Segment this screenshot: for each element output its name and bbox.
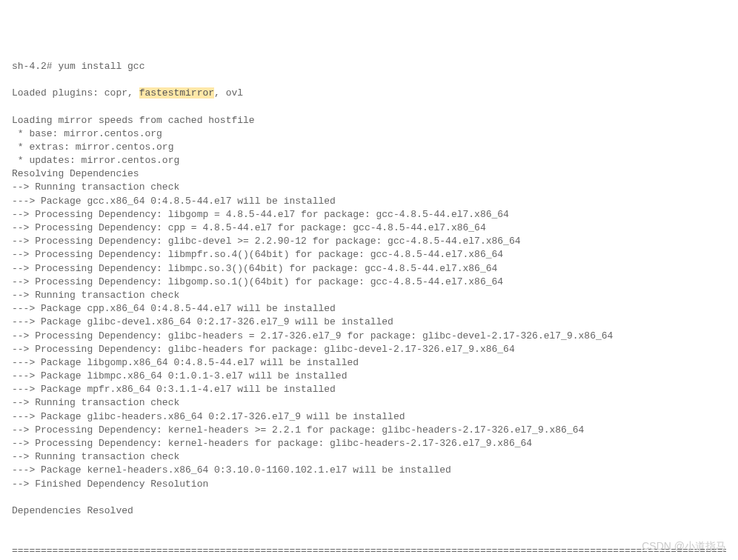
terminal-line: * updates: mirror.centos.org — [12, 154, 726, 167]
terminal-line: ---> Package libgomp.x86_64 0:4.8.5-44.e… — [12, 356, 726, 370]
terminal-line: --> Processing Dependency: kernel-header… — [12, 437, 726, 450]
output-block: Loading mirror speeds from cached hostfi… — [12, 114, 726, 531]
terminal-line: ---> Package kernel-headers.x86_64 0:3.1… — [12, 464, 726, 477]
terminal-line: ---> Package glibc-devel.x86_64 0:2.17-3… — [12, 316, 726, 329]
table-divider-top: ========================================… — [12, 544, 726, 558]
terminal-line: --> Processing Dependency: libmpc.so.3()… — [12, 262, 726, 276]
terminal-line: Loaded plugins: copr, fastestmirror, ovl — [12, 87, 726, 100]
terminal-line: ---> Package glibc-headers.x86_64 0:2.17… — [12, 410, 726, 424]
terminal-line: Dependencies Resolved — [12, 504, 726, 518]
command-text: yum install gcc — [58, 61, 144, 72]
terminal-line: --> Running transaction check — [12, 181, 726, 194]
terminal-line: ---> Package cpp.x86_64 0:4.8.5-44.el7 w… — [12, 302, 726, 316]
terminal-line — [12, 491, 726, 504]
terminal-line: --> Processing Dependency: glibc-headers… — [12, 330, 726, 343]
plugins-prefix: Loaded plugins: copr, — [12, 87, 139, 99]
terminal-line: sh-4.2# yum install gcc — [12, 60, 726, 73]
terminal-line: --> Running transaction check — [12, 396, 726, 410]
terminal-line: ---> Package gcc.x86_64 0:4.8.5-44.el7 w… — [12, 195, 726, 208]
watermark-text: CSDN @小道指马 — [642, 539, 726, 554]
highlighted-text: fastestmirror — [139, 87, 214, 99]
plugins-suffix: , ovl — [214, 87, 243, 99]
terminal-line: --> Processing Dependency: cpp = 4.8.5-4… — [12, 221, 726, 235]
terminal-line: --> Processing Dependency: libmpfr.so.4(… — [12, 248, 726, 261]
terminal-line: --> Running transaction check — [12, 289, 726, 302]
terminal-line: --> Processing Dependency: glibc-devel >… — [12, 235, 726, 248]
terminal-line: --> Processing Dependency: glibc-headers… — [12, 343, 726, 356]
terminal-line: ---> Package libmpc.x86_64 0:1.0.1-3.el7… — [12, 370, 726, 383]
terminal-line: --> Finished Dependency Resolution — [12, 478, 726, 491]
terminal-line: * extras: mirror.centos.org — [12, 141, 726, 154]
terminal-line: Loading mirror speeds from cached hostfi… — [12, 114, 726, 127]
terminal-line: --> Processing Dependency: libgomp.so.1(… — [12, 276, 726, 289]
terminal-line: --> Running transaction check — [12, 450, 726, 464]
terminal-line: --> Processing Dependency: libgomp = 4.8… — [12, 208, 726, 221]
shell-prompt: sh-4.2# — [12, 61, 58, 72]
terminal-line — [12, 518, 726, 531]
terminal-line: Resolving Dependencies — [12, 167, 726, 181]
terminal-line: * base: mirror.centos.org — [12, 127, 726, 141]
terminal-line: --> Processing Dependency: kernel-header… — [12, 424, 726, 437]
terminal-line: ---> Package mpfr.x86_64 0:3.1.1-4.el7 w… — [12, 383, 726, 396]
